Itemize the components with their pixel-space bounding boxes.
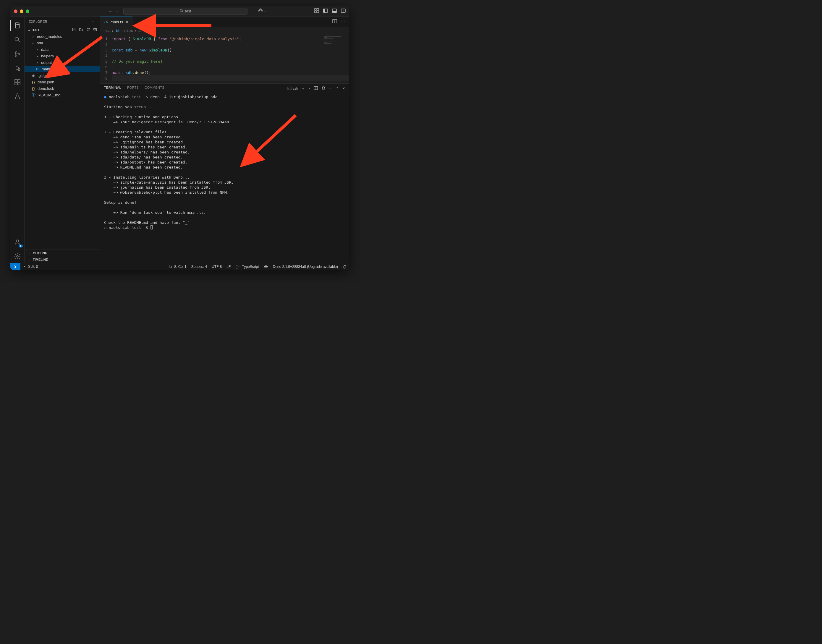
tree-file[interactable]: ⓘREADME.md <box>25 92 100 98</box>
activity-bar: 1 <box>10 17 25 263</box>
status-notifications-icon[interactable] <box>340 264 349 269</box>
status-indent[interactable]: Spaces: 4 <box>189 264 209 269</box>
chevron-icon: › <box>35 60 39 65</box>
project-name: TEST <box>31 28 39 32</box>
editor-more-icon[interactable]: ⋯ <box>341 20 345 24</box>
svg-rect-7 <box>314 11 316 13</box>
copilot-icon[interactable] <box>258 8 263 14</box>
activity-accounts[interactable]: 1 <box>10 236 25 249</box>
layout-customize-icon[interactable] <box>314 8 319 14</box>
vscode-window: ← → test ▾ <box>10 6 349 270</box>
terminal-profile[interactable]: zsh <box>287 86 298 90</box>
activity-settings[interactable] <box>10 250 25 263</box>
tree-folder[interactable]: ⌄sda <box>25 40 100 46</box>
maximize-panel-icon[interactable]: ⌃ <box>336 87 339 90</box>
chevron-down-icon[interactable]: ▾ <box>264 10 266 13</box>
activity-extensions[interactable] <box>10 76 25 89</box>
tree-folder[interactable]: ›helpers <box>25 53 100 59</box>
nav-back-button[interactable]: ← <box>109 9 112 13</box>
status-cursor-pos[interactable]: Ln 8, Col 1 <box>167 264 189 269</box>
activity-source-control[interactable] <box>10 47 25 60</box>
toggle-right-sidebar-icon[interactable] <box>341 8 346 14</box>
code-editor[interactable]: 12345678 import { SimpleDB } from "@nshi… <box>100 34 349 83</box>
panel-more-icon[interactable]: ⋯ <box>329 87 332 90</box>
maximize-window-button[interactable] <box>26 9 29 13</box>
editor-tabs: TS main.ts ✕ ⋯ <box>100 17 349 27</box>
collapse-all-icon[interactable] <box>93 28 97 32</box>
svg-point-27 <box>17 256 18 257</box>
tree-label: helpers <box>41 54 54 58</box>
new-terminal-button[interactable]: ＋ <box>302 86 305 91</box>
tree-file[interactable]: ◆.gitignore <box>25 72 100 79</box>
toggle-panel-icon[interactable] <box>332 8 337 14</box>
status-problems[interactable]: 0 0 <box>20 265 40 269</box>
tree-folder[interactable]: ›output <box>25 59 100 66</box>
chevron-icon: ⌄ <box>31 41 35 45</box>
tree-file[interactable]: {}deno.lock <box>25 85 100 92</box>
tree-folder[interactable]: ›data <box>25 46 100 53</box>
toggle-sidebar-icon[interactable] <box>323 8 328 14</box>
svg-rect-10 <box>324 9 325 12</box>
split-terminal-icon[interactable] <box>314 86 318 91</box>
svg-point-40 <box>266 267 267 267</box>
close-tab-button[interactable]: ✕ <box>125 20 129 24</box>
command-center-search[interactable]: test <box>123 8 247 15</box>
status-eol[interactable]: LF <box>224 264 233 269</box>
nav-forward-button[interactable]: → <box>115 9 119 13</box>
activity-testing[interactable] <box>10 90 25 103</box>
breadcrumb[interactable]: sda› TS main.ts› ... <box>100 27 349 34</box>
explorer-more-icon[interactable]: ⋯ <box>92 20 95 24</box>
tab-main-ts[interactable]: TS main.ts ✕ <box>100 17 132 27</box>
status-copilot-icon[interactable] <box>261 264 271 269</box>
activity-explorer[interactable] <box>10 19 25 32</box>
tree-label: sda <box>37 41 43 45</box>
panel: TERMINAL PORTS COMMENTS zsh ＋ ▾ ⋯ ⌃ <box>100 83 349 263</box>
chevron-icon: › <box>35 54 39 58</box>
tree-label: node_modules <box>37 34 62 39</box>
close-window-button[interactable] <box>14 9 17 13</box>
search-icon <box>180 9 183 13</box>
tree-file[interactable]: TSmain.ts <box>25 66 100 72</box>
status-bar: 0 0 Ln 8, Col 1 Spaces: 4 UTF-8 LF { } T… <box>10 263 349 270</box>
chevron-down-icon[interactable]: ▾ <box>309 87 310 90</box>
new-file-icon[interactable] <box>72 28 76 32</box>
svg-point-37 <box>33 267 33 267</box>
new-folder-icon[interactable] <box>79 28 83 32</box>
typescript-icon: TS <box>35 67 40 71</box>
gitignore-icon: ◆ <box>31 73 36 78</box>
project-header[interactable]: ⌄TEST <box>25 27 100 33</box>
activity-run-debug[interactable] <box>10 61 25 75</box>
status-encoding[interactable]: UTF-8 <box>209 264 224 269</box>
status-language[interactable]: { } TypeScript <box>233 264 261 269</box>
split-editor-icon[interactable] <box>332 19 337 25</box>
svg-line-16 <box>18 40 20 42</box>
svg-line-1 <box>182 11 183 12</box>
svg-rect-22 <box>15 80 17 82</box>
panel-tab-comments[interactable]: COMMENTS <box>144 86 164 91</box>
kill-terminal-icon[interactable] <box>321 86 325 91</box>
panel-tab-terminal[interactable]: TERMINAL <box>104 86 121 91</box>
json-icon: {} <box>31 86 36 91</box>
status-deno[interactable]: Deno 2.1.9+28834a8 (Upgrade available) <box>271 264 340 269</box>
info-icon: ⓘ <box>31 92 36 98</box>
tree-file[interactable]: {}deno.json <box>25 79 100 85</box>
minimize-window-button[interactable] <box>20 9 23 13</box>
minimap[interactable] <box>324 35 348 53</box>
timeline-section[interactable]: ›TIMELINE <box>25 256 100 263</box>
refresh-icon[interactable] <box>86 28 90 32</box>
svg-rect-31 <box>288 87 291 90</box>
close-panel-icon[interactable]: ✕ <box>342 87 345 90</box>
svg-point-15 <box>15 37 18 41</box>
terminal-output[interactable]: ● naelshiab test $ deno -A jsr:@nshiab/s… <box>100 93 349 263</box>
outline-section[interactable]: ›OUTLINE <box>25 250 100 256</box>
remote-button[interactable] <box>10 263 20 270</box>
activity-search[interactable] <box>10 33 25 46</box>
panel-tab-ports[interactable]: PORTS <box>127 86 139 91</box>
file-tree: ›node_modules⌄sda›data›helpers›outputTSm… <box>25 33 100 98</box>
chevron-icon: › <box>31 34 35 39</box>
svg-rect-12 <box>332 11 336 12</box>
tree-folder[interactable]: ›node_modules <box>25 33 100 40</box>
svg-point-26 <box>16 240 18 242</box>
tab-label: main.ts <box>110 20 123 24</box>
tree-label: data <box>41 47 49 52</box>
